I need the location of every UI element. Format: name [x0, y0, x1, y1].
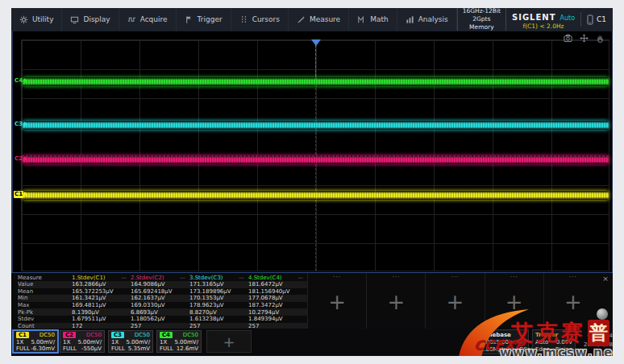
menu-math[interactable]: Math [349, 8, 397, 31]
menu-cursors[interactable]: Cursors [231, 8, 289, 31]
plus-icon: + [505, 292, 523, 312]
histogram-icon[interactable]: — [180, 275, 185, 281]
channel-status-c2[interactable]: C2DC50 1X5.00mV/ FULL-550µV [60, 330, 105, 353]
coupling-label: DC50 [183, 332, 198, 338]
add-measurement-slot[interactable]: ···+ [485, 273, 543, 329]
display-icon [70, 15, 79, 24]
slot-menu-dots[interactable]: ··· [308, 275, 366, 280]
plus-icon: + [328, 292, 346, 312]
measure-cell: 170.1353µV [189, 295, 248, 301]
channel-marker-c1[interactable]: C1 [14, 190, 27, 198]
menu-label: Measure [310, 15, 340, 23]
menu-bar: Utility Display Acquire Trigger Cursors … [11, 8, 613, 31]
trigger-position-marker[interactable] [311, 39, 321, 46]
menu-utility[interactable]: Utility [11, 8, 62, 31]
measure-cell: 8.8270µV [189, 309, 248, 316]
coupling-label: DC50 [86, 332, 102, 338]
measure-row: Stdev1.679511µV1.180562µV1.613238µV1.849… [18, 316, 307, 323]
volts-per-div: 5.00mV/ [77, 339, 102, 345]
add-measurement-slot[interactable]: ···+ [543, 273, 602, 329]
add-measurement-slot[interactable]: ···+ [307, 273, 366, 329]
trace-c4 [23, 77, 609, 86]
add-measurement-slot[interactable]: ···+ [425, 273, 484, 329]
slot-menu-dots[interactable]: ··· [367, 275, 425, 280]
camera-icon[interactable] [564, 34, 572, 43]
measure-row: Min161.3421µV162.1637µV170.1353µV177.067… [18, 295, 307, 302]
slot-menu-dots[interactable]: ··· [544, 275, 602, 280]
measure-cell: 187.3472µV [248, 302, 307, 308]
active-channel-indicator[interactable]: C1 [587, 14, 606, 25]
menu-measure[interactable]: Measure [289, 8, 349, 31]
plus-icon: + [447, 292, 464, 312]
menu-analysis[interactable]: Analysis [397, 8, 457, 31]
measure-cell: 163.2866µV [72, 281, 131, 287]
clock-time: 09:53:44 [579, 332, 613, 341]
menu-trigger[interactable]: Trigger [177, 8, 231, 31]
measure-table-title: Measure [18, 275, 72, 281]
coupling-label: DC50 [40, 332, 55, 338]
add-measurement-slot[interactable]: ···+ [366, 273, 425, 329]
timebase-box[interactable]: Timebase 0.00s5.00us/div 2.00Mpts40.0GSa… [477, 329, 529, 354]
slot-menu-dots[interactable]: ··· [485, 275, 543, 280]
channel-status-c1[interactable]: C1DC50 1X5.00mV/ FULL-6.30mV [13, 330, 58, 353]
add-channel-slot[interactable]: + [206, 330, 252, 353]
measure-column-c1[interactable]: 1.Stdev(C1)— [72, 275, 131, 281]
slot-menu-dots[interactable]: ··· [426, 275, 484, 280]
measure-cell: 1.613238µV [189, 316, 248, 322]
sample-rate: 40.0GSa/s [506, 346, 535, 353]
histogram-icon[interactable]: — [297, 275, 303, 281]
measure-cell: 169.4811µV [72, 302, 131, 308]
measure-cell: 8.1390µV [72, 309, 131, 316]
menu-acquire[interactable]: Acquire [119, 8, 177, 31]
measure-column-c4[interactable]: 4.Stdev(C4)— [248, 275, 307, 281]
channel-offset: 12.6mV [177, 345, 198, 352]
volts-per-div: 5.00mV/ [31, 339, 55, 345]
measure-header-row: Measure 1.Stdev(C1)— 2.Stdev(C2)— 3.Stde… [18, 274, 307, 281]
measure-column-c2[interactable]: 2.Stdev(C2)— [131, 275, 189, 281]
channel-offset: -6.30mV [31, 345, 55, 352]
menu-label: Analysis [418, 15, 448, 23]
active-channel-label: C1 [597, 15, 606, 23]
measure-row: Mean165.372253µV165.692418µV173.189896µV… [18, 288, 307, 296]
close-icon[interactable]: × [601, 275, 610, 283]
bottom-bar: C1DC50 1X5.00mV/ FULL-6.30mV C2DC50 1X5.… [11, 329, 613, 356]
histogram-icon[interactable]: — [121, 275, 127, 281]
brand-block: SIGLENTAuto f(C1) < 2.0Hz [512, 9, 575, 31]
channel-status-c3[interactable]: C3DC50 1X5.00mV/ FULL5.35mV [108, 330, 153, 353]
trigger-slope: Rising [555, 346, 572, 353]
square-wave-icon [127, 15, 136, 24]
measure-cell: 177.0678µV [248, 295, 307, 301]
page: Utility Display Acquire Trigger Cursors … [0, 0, 624, 364]
channel-marker-c2[interactable]: C2 [14, 155, 27, 163]
brand-logo: SIGLENT [512, 13, 556, 22]
trigger-level: 0.00V [556, 339, 572, 345]
menu-label: Utility [32, 15, 53, 23]
spec-memory: 2Gpts Memory [462, 15, 501, 31]
menu-display[interactable]: Display [62, 8, 119, 31]
measure-cell: 161.3421µV [72, 295, 131, 301]
measure-column-c3[interactable]: 3.Stdev(C3)— [189, 275, 248, 281]
measure-cell: 162.1637µV [131, 295, 189, 301]
bandwidth-limit: FULL [16, 345, 30, 352]
measure-cell: 1.180562µV [131, 316, 189, 322]
probe-attenuation: 1X [63, 339, 70, 345]
channel-marker-c3[interactable]: C3 [14, 120, 27, 128]
trigger-position-line [315, 45, 316, 81]
measure-cell: 165.692418µV [131, 288, 189, 295]
menu-label: Trigger [198, 15, 223, 23]
cursors-icon [239, 15, 248, 24]
channel-status-c4[interactable]: C4DC50 1X5.00mV/ FULL12.6mV [156, 330, 202, 353]
measure-row-label: Max [18, 302, 72, 308]
pan-icon[interactable] [580, 34, 589, 43]
measure-row-label: Stdev [18, 316, 72, 322]
histogram-icon[interactable]: — [239, 275, 244, 281]
channel-marker-c4[interactable]: C4 [14, 77, 27, 85]
trigger-box[interactable]: Trigger Auto0.00V EdgeRising [532, 329, 576, 354]
acquisition-mode-badge[interactable]: Auto [560, 14, 576, 22]
measure-row: Value163.2866µV164.9086µV171.3165µV181.6… [18, 281, 307, 288]
bandwidth-limit: FULL [63, 345, 77, 352]
measure-cell: 178.9623µV [189, 302, 248, 308]
hand-icon[interactable] [596, 34, 605, 43]
measure-cell: 181.6472µV [248, 281, 307, 287]
menu-label: Display [83, 15, 110, 23]
